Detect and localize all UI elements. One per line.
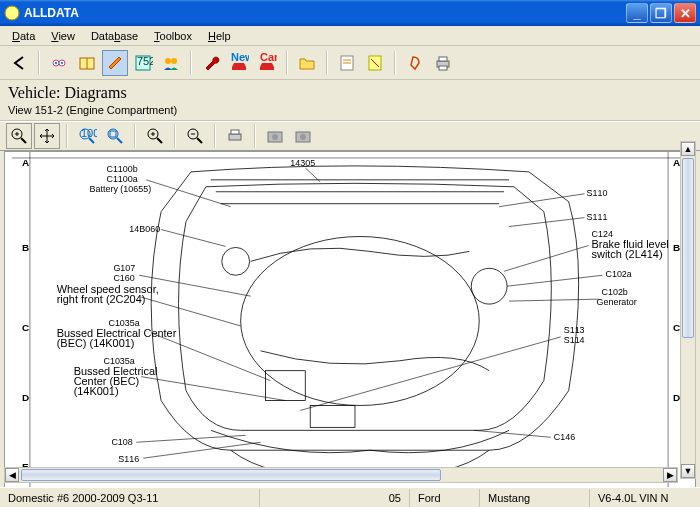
- svg-line-31: [157, 138, 162, 143]
- engine-diagram: [151, 166, 578, 473]
- callout-14305: 14305: [290, 158, 320, 182]
- zoom-plus-icon[interactable]: [142, 123, 168, 149]
- main-toolbar: 7520 New Car: [0, 46, 700, 80]
- callout-c1035a-bec2: C1035a Bussed Electrical Center (BEC) (1…: [74, 356, 286, 401]
- svg-point-10: [171, 58, 177, 64]
- paint-icon[interactable]: [102, 50, 128, 76]
- svg-text:Battery (10655): Battery (10655): [90, 184, 152, 194]
- svg-text:14B060: 14B060: [129, 224, 160, 234]
- svg-point-52: [471, 268, 507, 304]
- camera2-icon[interactable]: [290, 123, 316, 149]
- tool-icon[interactable]: [402, 50, 428, 76]
- svg-point-40: [272, 134, 278, 140]
- ruler-d-left: D: [22, 392, 29, 403]
- callout-wheelspeed: Wheel speed sensor, right front (2C204): [57, 283, 241, 326]
- menu-help[interactable]: Help: [202, 28, 237, 44]
- svg-point-0: [5, 6, 19, 20]
- callout-c124-brake: C124 Brake fluid level switch (2L414): [504, 229, 669, 271]
- svg-point-9: [165, 58, 171, 64]
- status-domestic: Domestic #6 2000-2009 Q3-11: [0, 489, 260, 507]
- maximize-button[interactable]: ❐: [650, 3, 672, 23]
- form-icon[interactable]: [334, 50, 360, 76]
- car-icon[interactable]: Car: [254, 50, 280, 76]
- svg-text:100: 100: [81, 127, 97, 139]
- diagram-toolbar: 100: [0, 121, 700, 151]
- status-model: Mustang: [480, 489, 590, 507]
- svg-point-42: [300, 134, 306, 140]
- vehicle-title: Vehicle: Diagrams: [8, 84, 692, 102]
- ruler-a-left: A: [22, 157, 29, 168]
- vertical-scrollbar[interactable]: ▲ ▼: [680, 141, 696, 479]
- status-make: Ford: [410, 489, 480, 507]
- zoom-fit-icon[interactable]: [102, 123, 128, 149]
- zoom-out-icon[interactable]: [182, 123, 208, 149]
- app-icon: [4, 5, 20, 21]
- wrench-icon[interactable]: [198, 50, 224, 76]
- note-icon[interactable]: [362, 50, 388, 76]
- eyes-icon[interactable]: [46, 50, 72, 76]
- svg-rect-51: [310, 405, 355, 427]
- folder-icon[interactable]: [294, 50, 320, 76]
- svg-rect-28: [110, 131, 116, 137]
- move-icon[interactable]: [34, 123, 60, 149]
- svg-line-35: [197, 138, 202, 143]
- svg-point-4: [61, 62, 63, 64]
- scroll-up-button[interactable]: ▲: [681, 142, 695, 156]
- callout-c102a: C102a: [507, 269, 632, 286]
- menu-data[interactable]: Data: [6, 28, 41, 44]
- svg-rect-19: [439, 66, 447, 70]
- menu-toolbox[interactable]: Toolbox: [148, 28, 198, 44]
- menu-view[interactable]: View: [45, 28, 81, 44]
- svg-line-29: [117, 138, 122, 143]
- svg-text:Generator: Generator: [597, 297, 637, 307]
- callout-c102b-gen: C102b Generator: [509, 287, 637, 307]
- print2-icon[interactable]: [222, 123, 248, 149]
- people-icon[interactable]: [158, 50, 184, 76]
- callout-s110-s111: S110 S111: [499, 188, 607, 227]
- window-titlebar: ALLDATA _ ❐ ✕: [0, 0, 700, 26]
- scroll-thumb-v[interactable]: [682, 158, 694, 338]
- scroll-down-button[interactable]: ▼: [681, 464, 695, 478]
- minimize-button[interactable]: _: [626, 3, 648, 23]
- window-title: ALLDATA: [24, 6, 626, 20]
- svg-text:7520: 7520: [137, 55, 153, 67]
- svg-line-21: [21, 138, 26, 143]
- print-icon[interactable]: [430, 50, 456, 76]
- zoom-in-icon[interactable]: [6, 123, 32, 149]
- callout-c146: C146: [474, 430, 575, 442]
- menu-database[interactable]: Database: [85, 28, 144, 44]
- camera1-icon[interactable]: [262, 123, 288, 149]
- svg-text:S111: S111: [587, 212, 608, 222]
- zoom-100-icon[interactable]: 100: [74, 123, 100, 149]
- svg-text:14305: 14305: [290, 158, 315, 168]
- callout-s113-s114: S113 S114: [300, 325, 584, 411]
- svg-text:C1100a: C1100a: [106, 174, 137, 184]
- scroll-right-button[interactable]: ▶: [663, 468, 677, 482]
- status-engine: V6-4.0L VIN N: [590, 489, 700, 507]
- scroll-left-button[interactable]: ◀: [5, 468, 19, 482]
- close-button[interactable]: ✕: [674, 3, 696, 23]
- scroll-thumb-h[interactable]: [21, 469, 441, 481]
- svg-text:C102a: C102a: [605, 269, 631, 279]
- svg-text:switch (2L414): switch (2L414): [592, 248, 663, 260]
- svg-text:G107: G107: [113, 263, 135, 273]
- book-icon[interactable]: [74, 50, 100, 76]
- horizontal-scrollbar[interactable]: ◀ ▶: [4, 467, 678, 483]
- svg-text:S116: S116: [118, 454, 139, 464]
- svg-text:right front (2C204): right front (2C204): [57, 293, 146, 305]
- diagram-viewport[interactable]: A B C D E A B C D C1100b C1100a Battery …: [4, 151, 696, 489]
- svg-text:S113: S113: [564, 325, 585, 335]
- ruler-b-left: B: [22, 242, 29, 253]
- svg-text:C1100b: C1100b: [106, 164, 137, 174]
- view-subtitle: View 151-2 (Engine Compartment): [8, 104, 692, 116]
- svg-text:S114: S114: [564, 335, 585, 345]
- svg-text:C102b: C102b: [602, 287, 628, 297]
- svg-text:(14K001): (14K001): [74, 385, 119, 397]
- svg-rect-37: [229, 134, 241, 140]
- svg-point-3: [55, 62, 57, 64]
- new-car-icon[interactable]: New: [226, 50, 252, 76]
- callout-14b060: 14B060: [129, 224, 225, 247]
- back-button[interactable]: [6, 50, 32, 76]
- doc-7520-icon[interactable]: 7520: [130, 50, 156, 76]
- svg-text:S110: S110: [587, 188, 608, 198]
